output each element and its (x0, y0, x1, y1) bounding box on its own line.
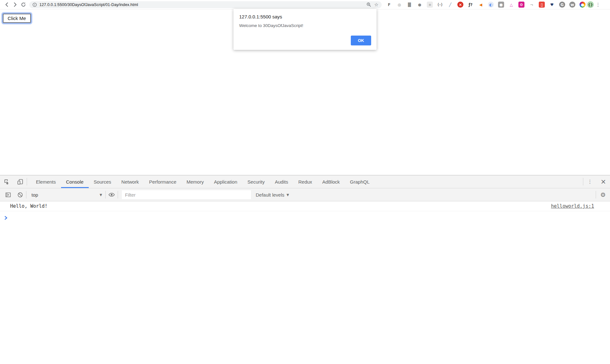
device-toolbar-icon[interactable] (13, 175, 27, 188)
console-prompt-chevron-icon (4, 216, 8, 220)
red-bookmark-extension-icon[interactable]: ▯ (539, 2, 545, 8)
function-help-extension-icon[interactable]: ƒ? (468, 2, 474, 8)
alert-dialog-title: 127.0.0.1:5500 says (239, 14, 370, 19)
columns-extension-icon[interactable]: ▐▌ (406, 2, 412, 8)
inspect-element-icon[interactable] (0, 175, 13, 188)
devtools-tabs: ElementsConsoleSourcesNetworkPerformance… (31, 175, 375, 188)
atom-grid-extension-icon[interactable]: ∗ (427, 2, 433, 8)
log-levels-label: Default levels (256, 192, 284, 198)
page-info-icon[interactable] (32, 3, 37, 7)
console-filter-input[interactable] (122, 190, 251, 199)
tab-sources[interactable]: Sources (89, 175, 116, 188)
extensions-row: F◎▐▌●∗(-)╱×ƒ?◀◐●△⚙¬▯♥Gw● (386, 2, 586, 8)
tab-network[interactable]: Network (116, 175, 144, 188)
context-dropdown-arrow-icon: ▼ (100, 193, 102, 197)
color-picker-extension-icon[interactable]: ╱ (447, 2, 453, 8)
tab-audits[interactable]: Audits (270, 175, 293, 188)
json-viewer-extension-icon[interactable]: {} (587, 1, 594, 8)
megaphone-extension-icon[interactable]: ◀ (478, 2, 484, 8)
tab-console[interactable]: Console (61, 175, 89, 188)
zoom-icon[interactable] (366, 2, 371, 7)
url-text[interactable]: 127.0.0.1:5500/30DaysOfJavaScript/01-Day… (39, 3, 366, 7)
fontface-extension-icon[interactable]: F (386, 2, 392, 8)
tab-adblock[interactable]: AdBlock (317, 175, 345, 188)
color-wheel-extension-icon[interactable]: ● (579, 2, 586, 8)
devtools-menu-icon[interactable]: ⋮ (583, 175, 597, 188)
live-expression-eye-icon[interactable] (106, 188, 118, 201)
console-sidebar-toggle-icon[interactable] (2, 188, 14, 201)
log-levels-dropdown[interactable]: Default levels ▼ (256, 192, 289, 198)
log-levels-arrow-icon: ▼ (287, 193, 289, 197)
target-rings-extension-icon[interactable]: ◎ (396, 2, 402, 8)
toolbar-separator-3 (118, 191, 118, 199)
address-bar[interactable]: 127.0.0.1:5500/30DaysOfJavaScript/01-Day… (29, 1, 382, 8)
adblock-hand-extension-icon[interactable]: × (457, 2, 463, 8)
click-me-button[interactable]: Click Me (3, 14, 31, 23)
g-circle-extension-icon[interactable]: G (559, 2, 565, 8)
tab-performance[interactable]: Performance (144, 175, 182, 188)
console-message-text: Hello, World! (0, 203, 47, 209)
console-settings-gear-icon[interactable]: ⚙ (596, 188, 610, 201)
devtools-close-icon[interactable]: × (597, 175, 610, 188)
console-message-row: Hello, World!helloworld.js:1 (0, 201, 610, 211)
devtools-tabbar: ElementsConsoleSourcesNetworkPerformance… (0, 175, 610, 188)
page-viewport: Click Me 127.0.0.1:5500 says Welcome to … (0, 10, 610, 175)
paren-dash-extension-icon[interactable]: (-) (437, 2, 443, 8)
tab-elements[interactable]: Elements (31, 175, 61, 188)
pink-ornament-extension-icon[interactable]: △ (508, 2, 514, 8)
w-circle-extension-icon[interactable]: w (569, 2, 575, 8)
camera-extension-icon[interactable]: ● (498, 2, 504, 8)
swirl-extension-icon[interactable]: ◐ (488, 2, 494, 8)
corner-pipe-extension-icon[interactable]: ¬ (529, 2, 535, 8)
extensions-divider (586, 2, 586, 7)
context-selector[interactable]: top ▼ (26, 192, 105, 198)
console-output: Hello, World!helloworld.js:1 (0, 201, 610, 221)
console-toolbar: top ▼ Default levels ▼ ⚙ (0, 188, 610, 201)
tab-security[interactable]: Security (242, 175, 270, 188)
alert-ok-button[interactable]: OK (351, 36, 371, 45)
forward-button[interactable] (11, 1, 19, 9)
alert-dialog: 127.0.0.1:5500 says Welcome to 30DaysOfJ… (233, 9, 377, 50)
tab-graphql[interactable]: GraphQL (345, 175, 375, 188)
browser-toolbar: 127.0.0.1:5500/30DaysOfJavaScript/01-Day… (0, 0, 610, 10)
bookmark-star-icon[interactable]: ☆ (374, 2, 378, 8)
heart-search-extension-icon[interactable]: ♥ (549, 2, 555, 8)
alert-dialog-message: Welcome to 30DaysOfJavaScript! (239, 23, 370, 28)
pink-gear-extension-icon[interactable]: ⚙ (518, 2, 524, 8)
tab-application[interactable]: Application (209, 175, 242, 188)
tab-memory[interactable]: Memory (182, 175, 209, 188)
devtools-panel: ElementsConsoleSourcesNetworkPerformance… (0, 175, 610, 364)
console-message-source-link[interactable]: helloworld.js:1 (551, 203, 594, 209)
back-button[interactable] (3, 1, 11, 9)
console-prompt[interactable] (0, 211, 610, 221)
context-selector-value: top (31, 192, 38, 198)
tabbar-separator (27, 178, 27, 185)
tab-redux[interactable]: Redux (293, 175, 317, 188)
reload-button[interactable] (19, 1, 27, 9)
chrome-menu-icon[interactable]: ⋮ (594, 2, 602, 8)
bug-extension-icon[interactable]: ● (417, 2, 423, 8)
clear-console-icon[interactable] (14, 188, 26, 201)
